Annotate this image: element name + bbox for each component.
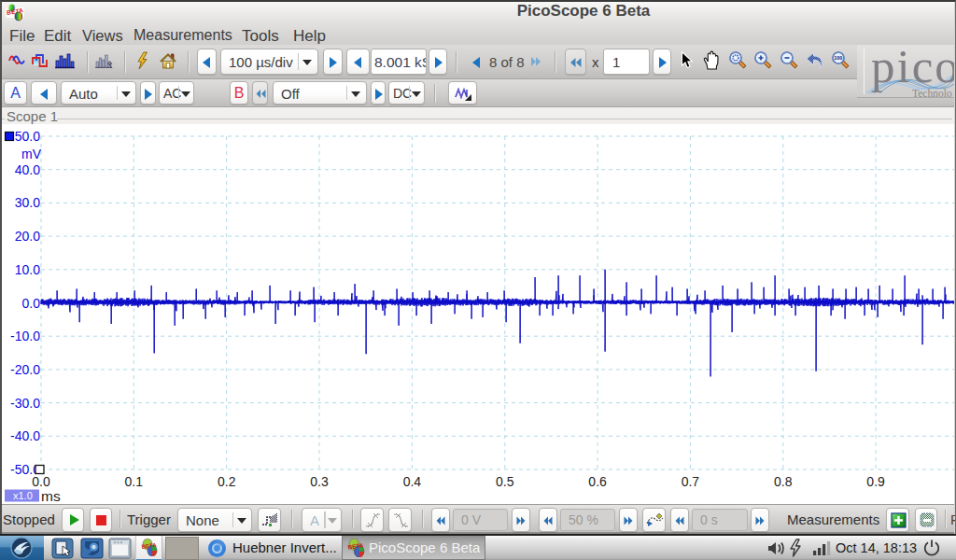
- svg-text:50.0: 50.0: [15, 129, 40, 144]
- svg-text:0.7: 0.7: [682, 474, 700, 489]
- svg-text:20.0: 20.0: [15, 229, 40, 244]
- svg-text:ms: ms: [41, 488, 61, 504]
- svg-text:-40.0: -40.0: [10, 428, 40, 443]
- svg-text:100: 100: [834, 55, 842, 61]
- svg-text:mV: mV: [21, 147, 42, 161]
- svg-text:40.0: 40.0: [15, 162, 40, 177]
- svg-text:0.6: 0.6: [588, 474, 607, 489]
- svg-text:-30.0: -30.0: [10, 396, 40, 411]
- svg-text:0.1: 0.1: [125, 474, 144, 489]
- svg-text:0.9: 0.9: [866, 474, 885, 489]
- svg-text:x1.0: x1.0: [13, 490, 33, 501]
- svg-text:0.0: 0.0: [32, 474, 50, 489]
- svg-text:0.0: 0.0: [22, 296, 41, 311]
- svg-text:10.0: 10.0: [15, 262, 40, 277]
- svg-text:0.4: 0.4: [403, 474, 422, 489]
- svg-text:0.3: 0.3: [310, 474, 329, 489]
- svg-text:30.0: 30.0: [15, 195, 40, 210]
- svg-text:-20.0: -20.0: [10, 362, 40, 377]
- svg-text:0.5: 0.5: [496, 474, 514, 489]
- svg-text:0.2: 0.2: [218, 474, 236, 489]
- svg-text:-10.0: -10.0: [10, 329, 40, 343]
- svg-text:0.8: 0.8: [774, 474, 793, 489]
